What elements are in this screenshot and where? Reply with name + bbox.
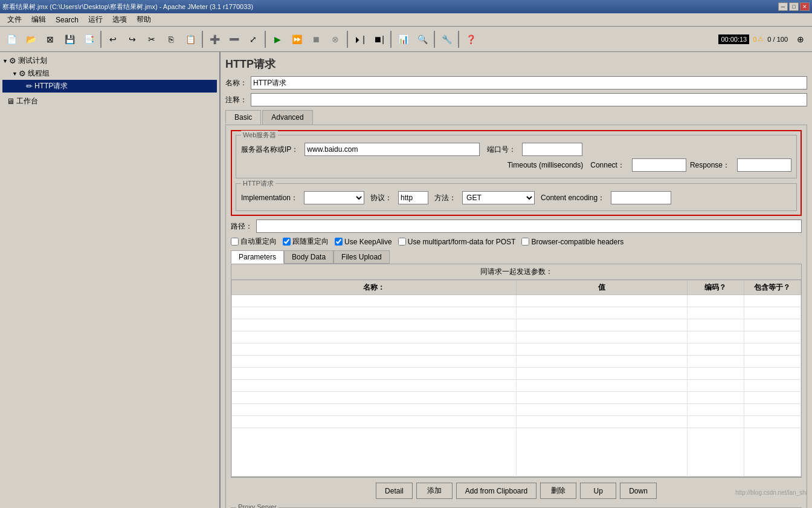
form-title: HTTP请求 — [225, 57, 807, 71]
remote-start-button[interactable]: ⏵| — [350, 30, 369, 49]
maximize-button[interactable]: □ — [789, 2, 799, 11]
content-encoding-label: Content encoding： — [541, 193, 605, 203]
copy-button[interactable]: ⎘ — [162, 30, 180, 49]
minimize-button[interactable]: ─ — [778, 2, 788, 11]
path-row: 路径： — [231, 220, 802, 233]
separator1 — [100, 31, 102, 48]
add-from-clipboard-button[interactable]: Add from Clipboard — [456, 483, 536, 499]
separator5 — [390, 31, 392, 48]
remote-stop-button[interactable]: ⏹| — [370, 30, 388, 49]
col-include-equals: 包含等于？ — [744, 281, 801, 295]
checkboxes-row: 自动重定向 跟随重定向 Use KeepAlive Use multipart/… — [231, 236, 802, 247]
close-button[interactable]: ✕ — [800, 2, 810, 11]
browser-compatible-check[interactable] — [521, 238, 529, 246]
multipart-checkbox[interactable]: Use multipart/form-data for POST — [398, 238, 516, 246]
browse-button[interactable]: ⤢ — [244, 30, 262, 49]
timer-display: 00:00:13 — [718, 34, 749, 44]
add-button[interactable]: ➕ — [205, 30, 224, 49]
down-button[interactable]: Down — [620, 483, 657, 499]
tab-basic[interactable]: Basic — [225, 110, 261, 125]
port-label: 端口号： — [487, 145, 516, 155]
follow-redirect-check[interactable] — [283, 238, 291, 246]
save-as-button[interactable]: 📑 — [80, 30, 98, 49]
response-label: Response： — [690, 160, 730, 171]
undo-button[interactable]: ↩ — [104, 30, 122, 49]
connect-input[interactable] — [632, 158, 686, 172]
response-input[interactable] — [737, 158, 791, 172]
thread-info-button[interactable]: ⊕ — [791, 30, 810, 49]
params-header: 同请求一起发送参数： — [231, 264, 801, 280]
keepalive-checkbox[interactable]: Use KeepAlive — [335, 238, 392, 246]
menu-help[interactable]: 帮助 — [132, 13, 156, 26]
open-button[interactable]: 📂 — [22, 30, 40, 49]
detail-button[interactable]: Detail — [376, 483, 413, 499]
multipart-check[interactable] — [398, 238, 406, 246]
comment-input[interactable] — [251, 93, 807, 106]
follow-redirect-checkbox[interactable]: 跟随重定向 — [283, 236, 329, 247]
method-select[interactable]: GET POST PUT DELETE HEAD OPTIONS PATCH — [462, 191, 535, 204]
sidebar: ▼ ⚙ 测试计划 ▼ ⚙ 线程组 ✏ HTTP请求 🖥 工作台 — [0, 52, 221, 508]
delete-button[interactable]: 删除 — [540, 483, 576, 499]
test-log-button[interactable]: 📊 — [394, 30, 412, 49]
sub-tab-body-data[interactable]: Body Data — [284, 250, 334, 264]
redo-button[interactable]: ↪ — [123, 30, 141, 49]
sub-tab-files-upload[interactable]: Files Upload — [334, 250, 390, 264]
help-btn[interactable]: ❓ — [462, 30, 480, 49]
remove-button[interactable]: ➖ — [225, 30, 243, 49]
close-test-button[interactable]: ⊠ — [41, 30, 59, 49]
save-button[interactable]: 💾 — [60, 30, 79, 49]
empty-row-4 — [232, 331, 801, 344]
cut-button[interactable]: ✂ — [143, 30, 161, 49]
test-plan-icon: ⚙ — [9, 56, 16, 65]
tab-advanced[interactable]: Advanced — [262, 110, 312, 125]
multipart-label: Use multipart/form-data for POST — [408, 238, 516, 246]
stop-button[interactable]: ⏹ — [307, 30, 325, 49]
col-value: 值 — [517, 281, 688, 295]
empty-row-5 — [232, 344, 801, 356]
paste-button[interactable]: 📋 — [181, 30, 199, 49]
auto-redirect-label: 自动重定向 — [240, 236, 277, 247]
server-input[interactable] — [304, 143, 480, 156]
auto-redirect-check[interactable] — [231, 238, 239, 246]
shutdown-button[interactable]: ⊗ — [326, 30, 344, 49]
tree-item-test-plan[interactable]: ▼ ⚙ 测试计划 — [2, 54, 217, 67]
sub-tab-parameters[interactable]: Parameters — [231, 250, 284, 264]
impl-row: Implementation： HttpClient3.1 HttpClient… — [241, 191, 791, 204]
port-input[interactable] — [522, 143, 582, 156]
function-helper-button[interactable]: 🔧 — [437, 30, 456, 49]
tree-item-thread-group[interactable]: ▼ ⚙ 线程组 — [2, 67, 217, 80]
name-input[interactable] — [251, 76, 807, 90]
up-button[interactable]: Up — [580, 483, 616, 499]
params-body — [232, 295, 801, 477]
impl-select[interactable]: HttpClient3.1 HttpClient4 Java — [304, 191, 364, 204]
tree-item-workbench[interactable]: 🖥 工作台 — [2, 95, 217, 108]
start-no-pause-button[interactable]: ⏩ — [288, 30, 306, 49]
keepalive-check[interactable] — [335, 238, 343, 246]
menu-file[interactable]: 文件 — [2, 13, 27, 26]
tree-item-http-request[interactable]: ✏ HTTP请求 — [2, 80, 217, 93]
log-viewer-button[interactable]: 🔍 — [413, 30, 431, 49]
menu-options[interactable]: 选项 — [108, 13, 132, 26]
menu-bar: 文件 编辑 Search 运行 选项 帮助 — [0, 13, 812, 27]
protocol-input[interactable] — [398, 191, 428, 204]
web-server-http-box: Web服务器 服务器名称或IP： 端口号： Timeouts (millisec… — [231, 130, 802, 216]
menu-search[interactable]: Search — [51, 15, 83, 25]
browser-compatible-checkbox[interactable]: Browser-compatible headers — [521, 238, 624, 246]
empty-row-6 — [232, 356, 801, 368]
content-encoding-input[interactable] — [611, 191, 671, 204]
warn-count: 0 — [753, 36, 756, 43]
thread-group-icon: ⚙ — [19, 69, 26, 78]
new-button[interactable]: 📄 — [2, 30, 21, 49]
path-label: 路径： — [231, 221, 253, 232]
auto-redirect-checkbox[interactable]: 自动重定向 — [231, 236, 277, 247]
start-button[interactable]: ▶ — [268, 30, 286, 49]
menu-edit[interactable]: 编辑 — [27, 13, 51, 26]
title-bar-controls: ─ □ ✕ — [778, 2, 810, 11]
warn-display: 0 ⚠ — [753, 35, 764, 43]
add-button[interactable]: 添加 — [416, 483, 453, 499]
menu-run[interactable]: 运行 — [83, 13, 108, 26]
separator6 — [434, 31, 435, 48]
impl-label: Implementation： — [241, 193, 298, 203]
path-input[interactable] — [256, 220, 802, 233]
main-layout: ▼ ⚙ 测试计划 ▼ ⚙ 线程组 ✏ HTTP请求 🖥 工作台 HTTP请求 名… — [0, 52, 812, 508]
